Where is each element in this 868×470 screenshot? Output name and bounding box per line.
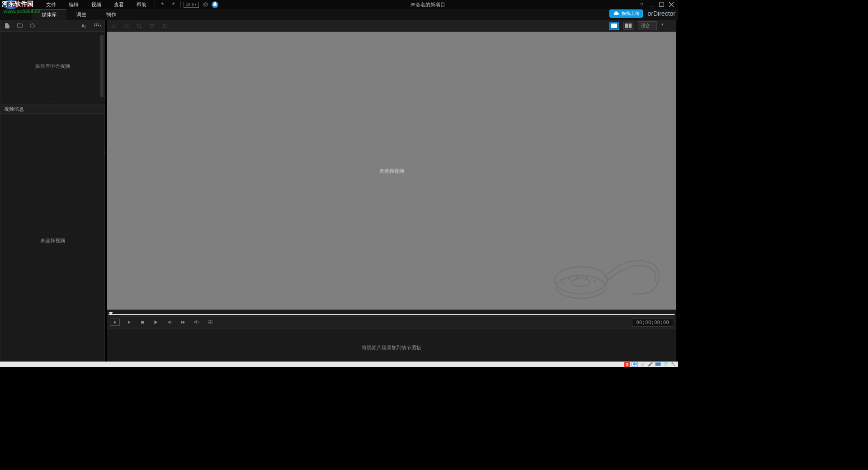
sort-button[interactable]: A↓ <box>79 22 89 30</box>
scrub-playhead[interactable] <box>108 312 113 315</box>
tray-ime-icon[interactable]: 中 <box>632 362 638 367</box>
project-title: 未命名的新项目 <box>219 1 637 8</box>
svg-point-20 <box>572 278 590 287</box>
timecode-display: 00;00;00;00 <box>632 318 673 327</box>
tab-produce[interactable]: 制作 <box>96 9 126 20</box>
svg-rect-27 <box>208 321 210 322</box>
svg-rect-21 <box>562 282 564 284</box>
close-icon[interactable] <box>666 0 676 9</box>
video-info-panel: 未选择视频 <box>0 114 105 367</box>
separator <box>180 1 181 8</box>
split-icon <box>123 22 131 30</box>
delete-icon <box>148 22 156 30</box>
storyboard-hint-text: 将视频片段添加到情节图板 <box>362 344 421 351</box>
svg-rect-29 <box>208 323 210 324</box>
watermark-text: 河东软件园 <box>2 0 33 8</box>
svg-rect-14 <box>165 24 167 28</box>
crop-icon <box>135 22 143 30</box>
library-toolbar: A↓ ▾ <box>0 20 105 32</box>
aspect-ratio-icon[interactable]: 16:9▾ <box>184 2 199 8</box>
system-tray: S 中 ☺ 🎤 ⌨ 👕 🔧 <box>0 362 678 367</box>
watermark-url: www.pc0359.cn <box>4 9 41 14</box>
upload-badge[interactable]: 拖拽上传 <box>609 9 643 18</box>
scrub-bar[interactable] <box>107 310 676 316</box>
help-icon[interactable]: ? <box>637 0 646 9</box>
view-single-icon[interactable] <box>609 22 619 30</box>
tray-emoji-icon[interactable]: ☺ <box>639 362 646 367</box>
svg-rect-5 <box>98 24 99 24</box>
cut-icon <box>110 22 118 30</box>
svg-rect-12 <box>127 24 129 28</box>
cloud-upload-icon <box>613 10 620 17</box>
fast-forward-icon[interactable] <box>179 318 188 327</box>
tab-adjust[interactable]: 调整 <box>66 9 96 20</box>
play-icon[interactable] <box>124 318 133 327</box>
tray-skin-icon[interactable]: 👕 <box>662 362 669 367</box>
main-area: 适合 未选择视频 00;00;00 <box>107 20 676 367</box>
tray-keyboard-icon[interactable]: ⌨ <box>655 362 661 367</box>
info-empty-text: 未选择视频 <box>40 237 65 244</box>
preview-toolbar: 适合 <box>107 20 676 32</box>
svg-rect-7 <box>96 25 97 26</box>
svg-rect-13 <box>162 24 164 28</box>
menu-edit[interactable]: 编辑 <box>62 1 85 8</box>
svg-rect-30 <box>211 323 212 324</box>
svg-rect-25 <box>594 280 596 282</box>
tray-tool-icon[interactable]: 🔧 <box>670 362 676 367</box>
scrub-track <box>108 314 675 315</box>
cloud-icon[interactable] <box>28 22 37 30</box>
minimize-icon[interactable] <box>646 0 656 9</box>
menu-view[interactable]: 查看 <box>108 1 130 8</box>
compare-icon <box>160 22 169 30</box>
settings-icon[interactable] <box>201 0 210 9</box>
next-frame-icon[interactable] <box>165 318 174 327</box>
stop-icon[interactable] <box>138 318 147 327</box>
view-dual-icon[interactable] <box>623 22 633 30</box>
separator <box>155 1 155 8</box>
mute-icon[interactable] <box>192 318 201 327</box>
svg-rect-3 <box>94 24 95 24</box>
panel-drag-handle-v[interactable]: •••• <box>104 149 106 155</box>
svg-rect-4 <box>96 24 97 24</box>
preview-empty-text: 未选择视频 <box>379 168 404 174</box>
tray-mic-icon[interactable]: 🎤 <box>647 362 653 367</box>
menu-video[interactable]: 视频 <box>85 1 108 8</box>
snapshot-icon[interactable] <box>206 318 215 327</box>
undo-icon[interactable] <box>158 0 167 9</box>
menu-bar: 文件 编辑 视频 查看 帮助 16:9▾ 未命名的新项目 ? <box>0 0 678 9</box>
video-info-header: 视频信息 <box>0 104 105 114</box>
left-panel: A↓ ▾ 媒体库中无视频 • • • • • 视频信息 未选择视频 <box>0 20 105 367</box>
svg-rect-23 <box>576 276 579 278</box>
film-reel-decor-icon <box>545 237 671 319</box>
svg-rect-2 <box>660 3 663 6</box>
media-library[interactable]: 媒体库中无视频 <box>0 32 105 100</box>
svg-rect-22 <box>568 278 571 280</box>
preview-canvas[interactable]: 未选择视频 <box>107 32 676 310</box>
zoom-fit-select[interactable]: 适合 <box>638 21 657 30</box>
svg-rect-16 <box>625 24 628 28</box>
import-folder-icon[interactable] <box>16 22 24 30</box>
menu-help[interactable]: 帮助 <box>130 1 153 8</box>
svg-rect-24 <box>585 277 588 279</box>
import-file-icon[interactable] <box>3 22 11 30</box>
maximize-icon[interactable] <box>656 0 666 9</box>
menu-file[interactable]: 文件 <box>40 1 62 8</box>
svg-rect-11 <box>124 24 126 28</box>
media-empty-text: 媒体库中无视频 <box>35 63 70 70</box>
svg-rect-6 <box>94 25 95 26</box>
prev-frame-icon[interactable] <box>151 318 160 327</box>
svg-rect-28 <box>211 321 212 322</box>
svg-rect-8 <box>98 25 99 26</box>
tray-sogou-icon[interactable]: S <box>624 362 630 367</box>
svg-point-19 <box>555 267 607 294</box>
play-mode-icon[interactable] <box>110 319 120 326</box>
svg-rect-17 <box>629 24 632 28</box>
redo-icon[interactable] <box>169 0 178 9</box>
grid-view-icon[interactable]: ▾ <box>94 22 102 30</box>
svg-rect-0 <box>649 6 654 6</box>
notification-icon[interactable] <box>212 1 218 8</box>
panel-drag-handle-h[interactable]: • • • • • <box>0 100 105 104</box>
svg-rect-15 <box>611 24 617 28</box>
brand-suffix: orDirector <box>648 10 675 17</box>
library-scrollbar[interactable] <box>100 35 104 97</box>
